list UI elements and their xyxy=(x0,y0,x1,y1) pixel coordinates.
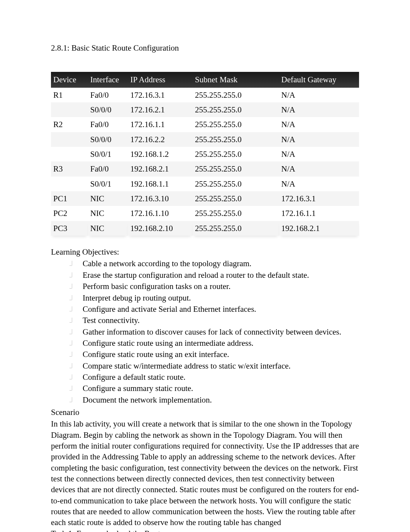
cell-ip: 172.16.1.10 xyxy=(128,206,193,221)
cell-ip: 172.16.3.1 xyxy=(128,88,193,102)
scenario-heading: Scenario xyxy=(51,407,359,418)
list-item: Document the network implementation. xyxy=(69,394,359,405)
cell-iface: S0/0/1 xyxy=(88,147,128,161)
th-device: Device xyxy=(51,72,88,87)
cell-iface: Fa0/0 xyxy=(88,161,128,176)
list-item: Gather information to discover causes fo… xyxy=(69,326,359,337)
cell-ip: 172.16.2.2 xyxy=(128,132,193,147)
cell-mask: 255.255.255.0 xyxy=(193,117,279,132)
list-item: Configure a summary static route. xyxy=(69,383,359,394)
table-row: R1 Fa0/0 172.16.3.1 255.255.255.0 N/A xyxy=(51,88,359,102)
cell-iface: NIC xyxy=(88,191,128,206)
table-row: S0/0/0 172.16.2.2 255.255.255.0 N/A xyxy=(51,132,359,147)
cell-device: R3 xyxy=(51,161,88,176)
cell-device: PC2 xyxy=(51,206,88,221)
table-row: PC3 NIC 192.168.2.10 255.255.255.0 192.1… xyxy=(51,221,359,236)
table-row: S0/0/0 172.16.2.1 255.255.255.0 N/A xyxy=(51,102,359,117)
cell-gw: N/A xyxy=(279,177,359,191)
cell-gw: N/A xyxy=(279,117,359,132)
learning-objectives-heading: Learning Objectives: xyxy=(51,246,359,257)
th-mask: Subnet Mask xyxy=(193,72,279,87)
cell-mask: 255.255.255.0 xyxy=(193,221,279,236)
cell-device xyxy=(51,177,88,191)
cell-mask: 255.255.255.0 xyxy=(193,88,279,102)
cell-ip: 192.168.2.10 xyxy=(128,221,193,236)
list-item: Configure static route using an exit int… xyxy=(69,349,359,360)
list-item: Configure a default static route. xyxy=(69,372,359,382)
cell-gw: 172.16.1.1 xyxy=(279,206,359,221)
cell-gw: N/A xyxy=(279,147,359,161)
th-gateway: Default Gateway xyxy=(279,72,359,87)
cell-ip: 192.168.1.1 xyxy=(128,177,193,191)
cell-mask: 255.255.255.0 xyxy=(193,191,279,206)
cell-ip: 192.168.2.1 xyxy=(128,161,193,176)
task-1-heading: Task 1: Erase and reload the Routers xyxy=(51,528,359,532)
learning-objectives-list: Cable a network according to the topolog… xyxy=(51,258,359,405)
cell-device: R2 xyxy=(51,117,88,132)
cell-mask: 255.255.255.0 xyxy=(193,132,279,147)
list-item: Compare static w/intermediate address to… xyxy=(69,360,359,371)
table-body: R1 Fa0/0 172.16.3.1 255.255.255.0 N/A S0… xyxy=(51,88,359,236)
cell-gw: 172.16.3.1 xyxy=(279,191,359,206)
th-ip: IP Address xyxy=(128,72,193,87)
table-header-row: Device Interface IP Address Subnet Mask … xyxy=(51,72,359,87)
table-row: PC2 NIC 172.16.1.10 255.255.255.0 172.16… xyxy=(51,206,359,221)
table-row: S0/0/1 192.168.1.2 255.255.255.0 N/A xyxy=(51,147,359,161)
cell-ip: 192.168.1.2 xyxy=(128,147,193,161)
list-item: Interpret debug ip routing output. xyxy=(69,292,359,303)
th-interface: Interface xyxy=(88,72,128,87)
cell-gw: 192.168.2.1 xyxy=(279,221,359,236)
cell-iface: S0/0/0 xyxy=(88,102,128,117)
cell-gw: N/A xyxy=(279,102,359,117)
table-row: S0/0/1 192.168.1.1 255.255.255.0 N/A xyxy=(51,177,359,191)
cell-iface: S0/0/0 xyxy=(88,132,128,147)
cell-device xyxy=(51,132,88,147)
cell-mask: 255.255.255.0 xyxy=(193,161,279,176)
cell-device: PC1 xyxy=(51,191,88,206)
cell-ip: 172.16.3.10 xyxy=(128,191,193,206)
list-item: Configure and activate Serial and Ethern… xyxy=(69,304,359,314)
cell-iface: NIC xyxy=(88,221,128,236)
cell-iface: Fa0/0 xyxy=(88,88,128,102)
table-row: PC1 NIC 172.16.3.10 255.255.255.0 172.16… xyxy=(51,191,359,206)
cell-iface: S0/0/1 xyxy=(88,177,128,191)
cell-device: PC3 xyxy=(51,221,88,236)
cell-mask: 255.255.255.0 xyxy=(193,147,279,161)
scenario-body: In this lab activity, you will create a … xyxy=(51,418,359,528)
cell-gw: N/A xyxy=(279,132,359,147)
cell-ip: 172.16.2.1 xyxy=(128,102,193,117)
list-item: Erase the startup configuration and relo… xyxy=(69,270,359,280)
page-title: 2.8.1: Basic Static Route Configuration xyxy=(51,42,359,53)
table-row: R2 Fa0/0 172.16.1.1 255.255.255.0 N/A xyxy=(51,117,359,132)
cell-device xyxy=(51,147,88,161)
list-item: Cable a network according to the topolog… xyxy=(69,258,359,269)
list-item: Configure static route using an intermed… xyxy=(69,338,359,348)
cell-iface: Fa0/0 xyxy=(88,117,128,132)
cell-gw: N/A xyxy=(279,88,359,102)
cell-gw: N/A xyxy=(279,161,359,176)
cell-device xyxy=(51,102,88,117)
document-page: 2.8.1: Basic Static Route Configuration … xyxy=(0,0,410,532)
addressing-table: Device Interface IP Address Subnet Mask … xyxy=(51,72,359,236)
cell-device: R1 xyxy=(51,88,88,102)
table-row: R3 Fa0/0 192.168.2.1 255.255.255.0 N/A xyxy=(51,161,359,176)
list-item: Test connectivity. xyxy=(69,315,359,326)
cell-mask: 255.255.255.0 xyxy=(193,102,279,117)
cell-ip: 172.16.1.1 xyxy=(128,117,193,132)
cell-mask: 255.255.255.0 xyxy=(193,206,279,221)
list-item: Perform basic configuration tasks on a r… xyxy=(69,281,359,292)
cell-mask: 255.255.255.0 xyxy=(193,177,279,191)
cell-iface: NIC xyxy=(88,206,128,221)
